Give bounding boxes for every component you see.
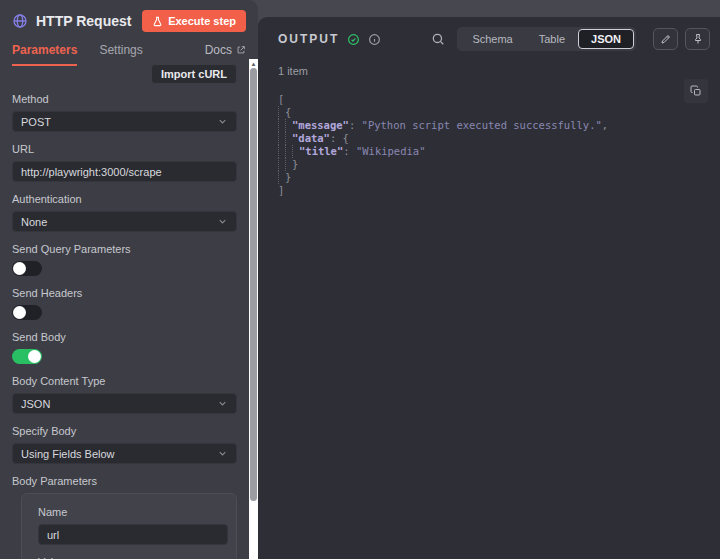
indent-guide [278, 171, 285, 184]
specify-body-value: Using Fields Below [21, 448, 115, 460]
edit-output-button[interactable] [653, 28, 678, 50]
json-line: } [278, 158, 704, 171]
send-query-parameters-toggle[interactable] [12, 261, 42, 276]
send-headers-label: Send Headers [12, 287, 237, 300]
scrollbar-up-arrow[interactable]: ▲ [249, 59, 258, 68]
copy-icon [690, 85, 702, 97]
parameter-name-field: Name [38, 506, 228, 545]
parameters-pane: Import cURL Method POST URL Authenticati… [0, 58, 249, 559]
execute-step-label: Execute step [168, 15, 236, 27]
json-line: [ [278, 93, 704, 106]
node-header: HTTP Request Execute step [0, 0, 258, 38]
json-token-punct: { [285, 106, 291, 119]
execute-step-button[interactable]: Execute step [142, 10, 246, 32]
authentication-label: Authentication [12, 193, 237, 206]
body-content-type-label: Body Content Type [12, 375, 237, 388]
specify-body-label: Specify Body [12, 425, 237, 438]
body-content-type-select[interactable]: JSON [12, 393, 237, 414]
info-icon[interactable] [368, 33, 381, 46]
json-token-key: "title" [299, 145, 343, 158]
json-token-punct: : [343, 145, 356, 158]
json-token-str: "Python script executed successfully." [362, 119, 602, 132]
indent-guide [285, 145, 292, 158]
method-label: Method [12, 93, 237, 106]
method-value: POST [21, 116, 51, 128]
indent-guide [278, 132, 285, 145]
toggle-knob [13, 262, 26, 275]
output-title: OUTPUT [278, 32, 339, 46]
json-line: "data": { [278, 132, 704, 145]
body-content-type-field: Body Content Type JSON [12, 375, 237, 414]
body-parameters-section: Body Parameters Name Value [12, 475, 237, 559]
authentication-value: None [21, 216, 47, 228]
json-token-punct: { [343, 132, 349, 145]
copy-output-button[interactable] [684, 79, 708, 103]
chevron-down-icon [217, 216, 228, 227]
pin-data-button[interactable] [685, 28, 710, 50]
parameter-name-input[interactable] [38, 524, 228, 545]
body-parameter-item: Name Value [21, 493, 237, 559]
json-token-str: "Wikipedia" [356, 145, 426, 158]
pencil-icon [660, 33, 672, 45]
body-parameters-label: Body Parameters [12, 475, 237, 488]
parameters-scrollbar[interactable]: ▲ [249, 59, 258, 559]
url-field: URL [12, 143, 237, 182]
specify-body-select[interactable]: Using Fields Below [12, 443, 237, 464]
view-tab-json[interactable]: JSON [578, 29, 634, 49]
body-content-type-value: JSON [21, 398, 50, 410]
output-header: OUTPUT Schema Table JSON [258, 17, 720, 59]
toggle-knob [13, 306, 26, 319]
indent-guide [278, 119, 285, 132]
pin-icon [692, 33, 704, 45]
external-link-icon [236, 45, 246, 55]
json-token-punct: : [349, 119, 362, 132]
chevron-down-icon [217, 448, 228, 459]
method-select[interactable]: POST [12, 111, 237, 132]
json-line: { [278, 106, 704, 119]
output-body: 1 item [{"message": "Python script execu… [258, 59, 720, 197]
authentication-select[interactable]: None [12, 211, 237, 232]
search-icon[interactable] [429, 30, 447, 48]
indent-guide [285, 132, 292, 145]
json-token-key: "data" [292, 132, 330, 145]
authentication-field: Authentication None [12, 193, 237, 232]
parameter-name-label: Name [38, 506, 228, 519]
json-line: "title": "Wikipedia" [278, 145, 704, 158]
json-token-punct: } [285, 171, 291, 184]
method-field: Method POST [12, 93, 237, 132]
toggle-knob [28, 350, 41, 363]
docs-label: Docs [205, 43, 232, 57]
send-body-field: Send Body [12, 331, 237, 364]
output-view-switcher: Schema Table JSON [457, 27, 636, 51]
view-tab-table[interactable]: Table [526, 29, 578, 49]
json-token-punct: [ [278, 93, 284, 106]
items-count: 1 item [278, 65, 704, 77]
json-token-punct: } [292, 158, 298, 171]
specify-body-field: Specify Body Using Fields Below [12, 425, 237, 464]
indent-guide [278, 106, 285, 119]
json-line: "message": "Python script executed succe… [278, 119, 704, 132]
node-settings-panel: HTTP Request Execute step Parameters Set… [0, 0, 258, 559]
chevron-down-icon [217, 398, 228, 409]
indent-guide [285, 119, 292, 132]
indent-guide [285, 158, 292, 171]
send-query-parameters-label: Send Query Parameters [12, 243, 237, 256]
indent-guide [292, 145, 299, 158]
send-headers-toggle[interactable] [12, 305, 42, 320]
url-label: URL [12, 143, 237, 156]
url-input[interactable] [12, 161, 237, 182]
send-headers-field: Send Headers [12, 287, 237, 320]
json-token-punct: ] [278, 184, 284, 197]
json-output[interactable]: [{"message": "Python script executed suc… [278, 93, 704, 197]
json-line: } [278, 171, 704, 184]
node-title: HTTP Request [36, 13, 142, 29]
view-tab-schema[interactable]: Schema [459, 29, 525, 49]
success-check-icon [347, 33, 360, 46]
json-token-punct: , [602, 119, 608, 132]
scrollbar-thumb[interactable] [250, 68, 257, 501]
flask-icon [152, 16, 163, 27]
indent-guide [278, 145, 285, 158]
send-query-parameters-field: Send Query Parameters [12, 243, 237, 276]
send-body-toggle[interactable] [12, 349, 42, 364]
import-curl-button[interactable]: Import cURL [151, 64, 237, 84]
